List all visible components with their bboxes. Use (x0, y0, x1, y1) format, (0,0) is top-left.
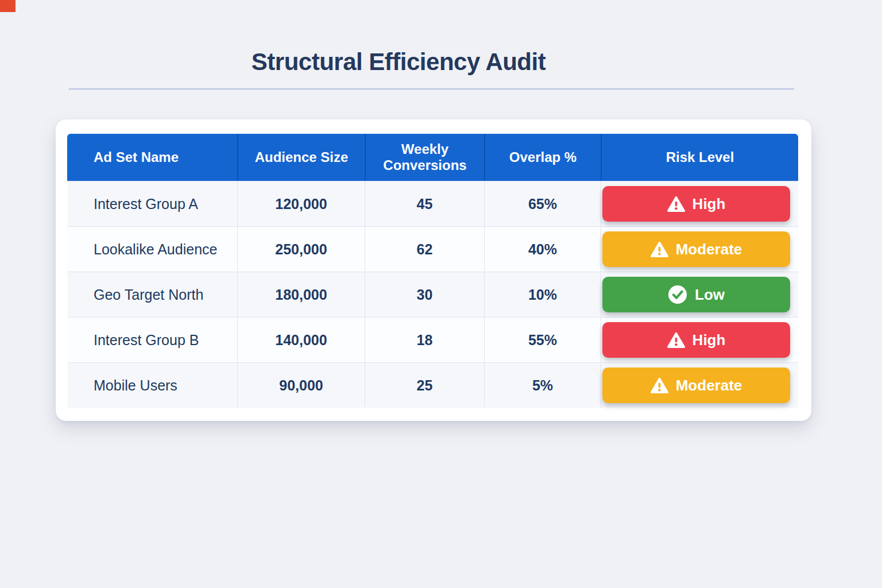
audience-size-cell: 120,000 (237, 181, 365, 226)
ad-set-name-cell: Interest Group A (67, 181, 237, 226)
audience-size-cell: 140,000 (237, 318, 365, 362)
audience-size-cell: 180,000 (237, 272, 365, 317)
risk-label: High (693, 195, 726, 213)
ad-set-name-cell: Geo Target North (67, 272, 237, 317)
column-header-overlap: Overlap % (484, 134, 601, 181)
warning-icon (667, 332, 685, 349)
table-row: Interest Group A 120,000 45 65% High (67, 181, 798, 226)
check-circle-icon (668, 285, 687, 304)
warning-icon (651, 241, 668, 258)
overlap-cell: 55% (484, 318, 601, 362)
risk-label: Moderate (676, 241, 742, 258)
warning-icon (651, 377, 668, 394)
risk-label: Moderate (676, 377, 742, 394)
risk-badge-high[interactable]: High (602, 186, 790, 222)
page-title: Structural Efficiency Audit (0, 48, 882, 76)
overlap-cell: 65% (484, 181, 601, 226)
weekly-conversions-cell: 25 (365, 363, 484, 408)
warning-icon (667, 196, 685, 212)
ad-set-name-cell: Lookalike Audience (67, 227, 237, 272)
title-divider (69, 88, 794, 90)
risk-label: Low (695, 286, 725, 304)
risk-label: High (693, 331, 726, 349)
risk-badge-moderate[interactable]: Moderate (602, 231, 790, 267)
table-row: Interest Group B 140,000 18 55% High (67, 317, 798, 362)
column-header-weekly-conversions: Weekly Conversions (365, 134, 484, 181)
table-row: Lookalike Audience 250,000 62 40% Modera… (67, 226, 798, 272)
risk-badge-low[interactable]: Low (602, 277, 790, 312)
table-header-row: Ad Set Name Audience Size Weekly Convers… (67, 134, 798, 181)
weekly-conversions-cell: 45 (365, 181, 484, 226)
audit-table: Ad Set Name Audience Size Weekly Convers… (67, 134, 798, 409)
audience-size-cell: 250,000 (237, 227, 365, 272)
weekly-conversions-cell: 18 (365, 318, 484, 362)
risk-badge-high[interactable]: High (602, 322, 790, 358)
ad-set-name-cell: Interest Group B (67, 318, 237, 362)
overlap-cell: 10% (484, 272, 601, 317)
column-header-audience-size: Audience Size (237, 134, 365, 181)
overlap-cell: 5% (484, 363, 601, 408)
table-row: Mobile Users 90,000 25 5% Moderate (67, 362, 798, 408)
ad-set-name-cell: Mobile Users (67, 363, 237, 408)
weekly-conversions-cell: 30 (365, 272, 484, 317)
risk-badge-moderate[interactable]: Moderate (602, 368, 790, 403)
weekly-conversions-cell: 62 (365, 227, 484, 272)
overlap-cell: 40% (484, 227, 601, 272)
column-header-ad-set-name: Ad Set Name (67, 134, 237, 181)
column-header-risk-level: Risk Level (601, 134, 798, 181)
screen-corner-artifact (0, 0, 16, 12)
table-row: Geo Target North 180,000 30 10% Low (67, 272, 798, 317)
audit-card: Ad Set Name Audience Size Weekly Convers… (56, 119, 811, 421)
audience-size-cell: 90,000 (237, 363, 365, 408)
